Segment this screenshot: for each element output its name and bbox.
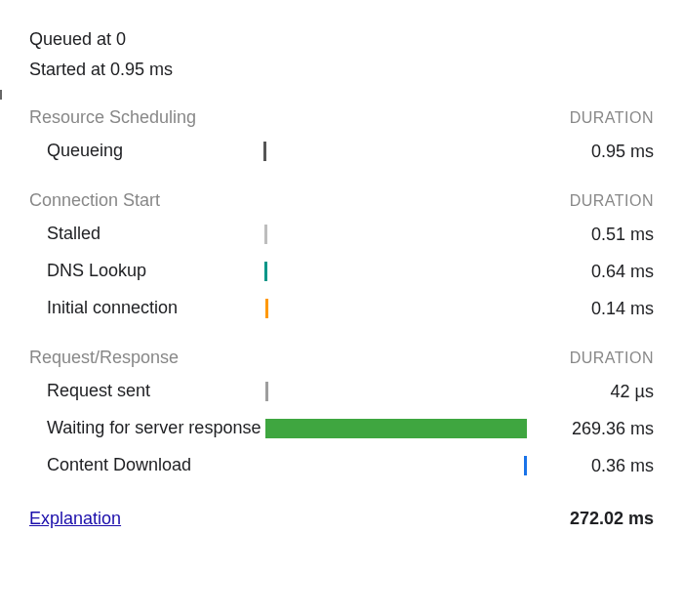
bar-area-queueing [263,140,527,163]
duration-header: DURATION [570,109,654,127]
bar-area-stalled [263,223,527,246]
row-stalled: Stalled 0.51 ms [29,221,654,248]
duration-header: DURATION [570,349,654,367]
bar-area-request-sent [263,380,527,403]
section-request-response: Request/Response DURATION Request sent 4… [29,348,654,479]
bar-dns-lookup [264,262,267,281]
queued-at-text: Queued at 0 [29,29,654,50]
row-dns-lookup: DNS Lookup 0.64 ms [29,258,654,285]
row-value: 0.14 ms [527,299,654,319]
explanation-link[interactable]: Explanation [29,509,121,529]
bar-request-sent [265,382,268,401]
bar-area-initial-connection [263,297,527,320]
timing-footer: Explanation 272.02 ms [29,509,654,529]
row-value: 42 µs [527,382,654,402]
total-time: 272.02 ms [570,509,654,529]
bar-initial-connection [265,299,268,318]
row-queueing: Queueing 0.95 ms [29,138,654,165]
bar-queueing [263,142,266,161]
row-initial-connection: Initial connection 0.14 ms [29,295,654,322]
started-at-text: Started at 0.95 ms [29,60,654,80]
section-resource-scheduling: Resource Scheduling DURATION Queueing 0.… [29,107,654,165]
row-request-sent: Request sent 42 µs [29,378,654,405]
row-label: Request sent [29,380,263,402]
row-content-download: Content Download 0.36 ms [29,452,654,479]
row-label: Queueing [29,140,263,162]
row-waiting: Waiting for server response 269.36 ms [29,415,654,442]
section-title: Resource Scheduling [29,107,196,128]
bar-stalled [264,225,267,244]
row-label: DNS Lookup [29,260,263,282]
row-value: 0.95 ms [527,142,654,162]
row-label: Waiting for server response [29,417,263,439]
row-value: 0.36 ms [527,456,654,476]
row-label: Stalled [29,223,263,245]
bar-area-content-download [263,454,527,477]
bar-content-download [524,456,527,475]
panel-edge-marker [0,90,2,100]
bar-area-dns-lookup [263,260,527,283]
bar-waiting [265,419,526,438]
row-value: 0.51 ms [527,225,654,245]
section-title: Request/Response [29,348,179,368]
section-title: Connection Start [29,190,160,211]
row-value: 0.64 ms [527,262,654,282]
bar-area-waiting [263,417,527,440]
row-value: 269.36 ms [527,419,654,439]
section-connection-start: Connection Start DURATION Stalled 0.51 m… [29,190,654,322]
timing-summary: Queued at 0 Started at 0.95 ms [29,29,654,80]
row-label: Content Download [29,454,263,476]
duration-header: DURATION [570,192,654,210]
row-label: Initial connection [29,297,263,319]
